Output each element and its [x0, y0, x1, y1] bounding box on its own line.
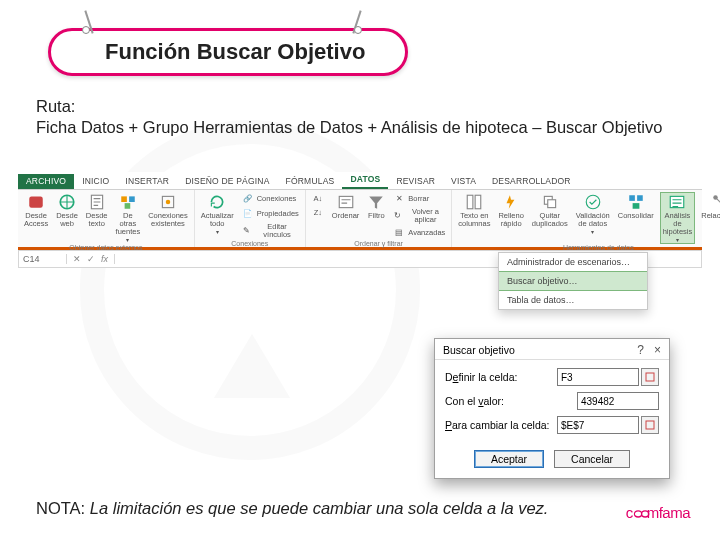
link-icon: 🔗 — [242, 193, 254, 205]
cancel-icon[interactable]: ✕ — [73, 254, 81, 264]
btn-desde-access[interactable]: Desde Access — [22, 192, 50, 229]
btn-ordenar-label: Ordenar — [332, 212, 360, 220]
btn-actualizar-todo-label: Actualizar todo — [201, 212, 234, 228]
group-connections-label: Conexiones — [199, 240, 301, 247]
globe-icon — [58, 193, 76, 211]
help-icon[interactable]: ? — [637, 343, 644, 357]
btn-avanzadas-label: Avanzadas — [408, 229, 445, 237]
tab-vista[interactable]: VISTA — [443, 174, 484, 189]
btn-texto-columnas[interactable]: Texto en columnas — [456, 192, 492, 229]
btn-desde-web[interactable]: Desde web — [54, 192, 80, 229]
cancel-button[interactable]: Cancelar — [554, 450, 630, 468]
row-change-cell: Para cambiar la celda: — [445, 416, 659, 434]
menu-data-table[interactable]: Tabla de datos… — [499, 291, 647, 309]
tab-formulas[interactable]: FÓRMULAS — [278, 174, 343, 189]
btn-reaplicar[interactable]: ↻Volver a aplicar — [391, 207, 447, 225]
svg-rect-5 — [124, 203, 130, 209]
btn-ordenar[interactable]: Ordenar — [330, 192, 362, 221]
btn-analisis-hipotesis[interactable]: Análisis de hipótesis ▾ — [660, 192, 696, 244]
btn-conexiones-existentes[interactable]: Conexiones existentes — [146, 192, 190, 229]
tab-desarrollador[interactable]: DESARROLLADOR — [484, 174, 579, 189]
name-box[interactable]: C14 — [19, 254, 67, 264]
group-external-data: Desde Access Desde web Desde texto De ot… — [18, 190, 195, 247]
btn-conexiones-existentes-label: Conexiones existentes — [148, 212, 188, 228]
range-picker-icon[interactable] — [641, 368, 659, 386]
fx-icon[interactable]: fx — [101, 254, 108, 264]
svg-rect-3 — [121, 196, 127, 202]
text-to-columns-icon — [465, 193, 483, 211]
accept-icon[interactable]: ✓ — [87, 254, 95, 264]
what-if-menu: Administrador de escenarios… Buscar obje… — [498, 252, 648, 310]
group-data-tools-label: Herramientas de datos — [456, 244, 720, 251]
formula-bar-buttons: ✕ ✓ fx — [67, 254, 115, 264]
text-file-icon — [88, 193, 106, 211]
tab-diseno[interactable]: DISEÑO DE PÁGINA — [177, 174, 277, 189]
dialog-titlebar: Buscar objetivo ? × — [435, 339, 669, 360]
tab-datos[interactable]: DATOS — [342, 172, 388, 189]
group-external-data-label: Obtener datos externos — [22, 244, 190, 251]
tab-revisar[interactable]: REVISAR — [388, 174, 443, 189]
dialog-buttons: Aceptar Cancelar — [435, 444, 669, 478]
btn-desde-texto[interactable]: Desde texto — [84, 192, 110, 229]
btn-consolidar[interactable]: Consolidar — [616, 192, 656, 221]
btn-analisis-hipotesis-label: Análisis de hipótesis — [663, 212, 693, 236]
svg-rect-8 — [339, 196, 353, 207]
svg-rect-15 — [637, 195, 643, 201]
svg-rect-16 — [632, 203, 639, 209]
btn-reaplicar-label: Volver a aplicar — [406, 208, 446, 224]
btn-relleno-rapido-label: Relleno rápido — [498, 212, 523, 228]
slide-title-block: Función Buscar Objetivo — [48, 28, 408, 76]
btn-texto-columnas-label: Texto en columnas — [458, 212, 490, 228]
btn-conexiones[interactable]: 🔗Conexiones — [240, 192, 301, 206]
properties-icon: 📄 — [242, 208, 254, 220]
input-target-value[interactable] — [577, 392, 659, 410]
btn-filtro-label: Filtro — [368, 212, 385, 220]
path-label: Ruta: — [36, 96, 684, 117]
ribbon-tabs: ARCHIVO INICIO INSERTAR DISEÑO DE PÁGINA… — [18, 172, 702, 190]
btn-borrar-label: Borrar — [408, 195, 429, 203]
chevron-down-icon: ▾ — [126, 237, 129, 243]
svg-point-13 — [586, 195, 600, 209]
path-paragraph: Ruta: Ficha Datos + Grupo Herramientas d… — [36, 96, 684, 139]
relations-icon — [711, 193, 720, 211]
group-sort-filter-label: Ordenar y filtrar — [310, 240, 448, 247]
btn-relaciones[interactable]: Relaciones — [699, 192, 720, 221]
dialog-title: Buscar objetivo — [443, 344, 515, 356]
btn-quitar-duplicados[interactable]: Quitar duplicados — [530, 192, 570, 229]
menu-scenario-manager[interactable]: Administrador de escenarios… — [499, 253, 647, 271]
sort-icon — [337, 193, 355, 211]
tab-archivo[interactable]: ARCHIVO — [18, 174, 74, 189]
btn-editar-vinculos[interactable]: ✎Editar vínculos — [240, 222, 301, 240]
btn-borrar[interactable]: ✕Borrar — [391, 192, 447, 206]
btn-sort-az[interactable]: A↓ — [310, 192, 326, 206]
btn-validacion-datos[interactable]: Validación de datos ▾ — [574, 192, 612, 236]
note-text: La limitación es que se puede cambiar un… — [90, 499, 549, 517]
btn-consolidar-label: Consolidar — [618, 212, 654, 220]
btn-actualizar-todo[interactable]: Actualizar todo ▾ — [199, 192, 236, 236]
svg-rect-23 — [646, 373, 654, 381]
range-picker-icon[interactable] — [641, 416, 659, 434]
close-icon[interactable]: × — [654, 343, 661, 357]
input-define-cell[interactable] — [557, 368, 639, 386]
row-define-cell: Definir la celda: — [445, 368, 659, 386]
remove-duplicates-icon — [541, 193, 559, 211]
btn-avanzadas[interactable]: ▤Avanzadas — [391, 226, 447, 240]
btn-desde-access-label: Desde Access — [24, 212, 48, 228]
btn-filtro[interactable]: Filtro — [365, 192, 387, 221]
tab-inicio[interactable]: INICIO — [74, 174, 117, 189]
watermark-circle — [80, 120, 420, 460]
ok-button[interactable]: Aceptar — [474, 450, 544, 468]
btn-otras-fuentes[interactable]: De otras fuentes ▾ — [114, 192, 143, 244]
btn-editar-vinculos-label: Editar vínculos — [255, 223, 299, 239]
menu-goal-seek[interactable]: Buscar objetivo… — [499, 271, 647, 291]
btn-sort-za[interactable]: Z↓ — [310, 206, 326, 220]
btn-validacion-datos-label: Validación de datos — [576, 212, 610, 228]
svg-rect-4 — [129, 196, 135, 202]
tab-insertar[interactable]: INSERTAR — [117, 174, 177, 189]
chevron-down-icon: ▾ — [676, 237, 679, 243]
note-paragraph: NOTA: La limitación es que se puede camb… — [36, 499, 684, 518]
label-define-cell: Definir la celda: — [445, 371, 517, 383]
btn-propiedades[interactable]: 📄Propiedades — [240, 207, 301, 221]
input-change-cell[interactable] — [557, 416, 639, 434]
btn-relleno-rapido[interactable]: Relleno rápido — [496, 192, 525, 229]
